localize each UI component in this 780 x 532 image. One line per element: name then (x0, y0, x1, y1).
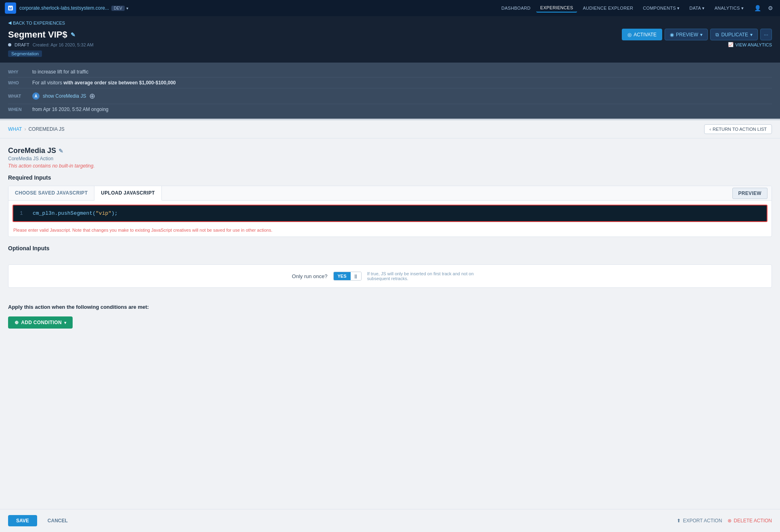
return-to-action-list-button[interactable]: ‹ RETURN TO ACTION LIST (704, 124, 772, 134)
when-row: WHEN from Apr 16 2020, 5:52 AM ongoing (8, 104, 772, 115)
tab-choose-saved-javascript[interactable]: CHOOSE SAVED JAVASCRIPT (8, 186, 94, 200)
main-content: WHAT › COREMEDIA JS ‹ RETURN TO ACTION L… (0, 120, 780, 362)
preview-dropdown-icon: ▾ (700, 32, 703, 38)
svg-text:M: M (9, 6, 12, 10)
optional-inputs-card: Only run once? YES || If true, JS will o… (8, 264, 772, 288)
analytics-icon: 📈 (728, 42, 734, 47)
duplicate-icon: ⧉ (715, 32, 719, 38)
env-badge[interactable]: DEV (111, 6, 125, 11)
conditions-title: Apply this action when the following con… (8, 304, 772, 310)
logo-icon[interactable]: M (5, 2, 16, 14)
add-condition-plus-icon: ⊕ (15, 320, 19, 325)
duplicate-button[interactable]: ⧉ DUPLICATE ▾ (710, 29, 757, 40)
site-url: corporate.sherlock-labs.testsystem.core.… (19, 5, 109, 11)
code-content[interactable]: cm_pl3n.pushSegment("vip"); (33, 210, 118, 216)
activate-button[interactable]: ◎ ACTIVATE (622, 29, 662, 40)
settings-icon[interactable]: ⚙ (765, 3, 775, 13)
line-number: 1 (20, 210, 26, 216)
js-tabs: CHOOSE SAVED JAVASCRIPT UPLOAD JAVASCRIP… (8, 186, 772, 201)
code-editor-card: CHOOSE SAVED JAVASCRIPT UPLOAD JAVASCRIP… (8, 186, 772, 237)
nav-dashboard[interactable]: DASHBOARD (497, 4, 534, 12)
back-to-experiences-link[interactable]: ◀ BACK TO EXPERIENCES (8, 20, 772, 25)
edit-title-icon[interactable]: ✎ (71, 31, 75, 38)
experience-title: Segment VIP$ ✎ (8, 29, 75, 40)
user-icon[interactable]: 👤 (753, 3, 762, 13)
add-condition-chevron-icon: ▾ (64, 320, 66, 325)
nav-audience-explorer[interactable]: AUDIENCE EXPLORER (579, 4, 637, 12)
code-error-message: Please enter valid Javascript. Note that… (8, 226, 772, 237)
nav-links: DASHBOARD EXPERIENCES AUDIENCE EXPLORER … (497, 4, 748, 13)
preview-icon: ◉ (670, 32, 674, 38)
preview-code-button[interactable]: PREVIEW (732, 188, 767, 199)
run-once-label: Only run once? (292, 273, 327, 279)
add-condition-button[interactable]: ⊕ ADD CONDITION ▾ (8, 316, 73, 329)
run-once-row: Only run once? YES || If true, JS will o… (8, 265, 772, 287)
toggle-yes[interactable]: YES (334, 272, 351, 280)
experience-actions: ◎ ACTIVATE ◉ PREVIEW ▾ ⧉ DUPLICATE ▾ ··· (622, 29, 772, 40)
optional-inputs-label: Optional Inputs (8, 245, 772, 251)
breadcrumb: WHAT › COREMEDIA JS (8, 126, 65, 132)
analytics-dropdown-icon: ▾ (741, 6, 744, 11)
nav-icons: 👤 ⚙ (753, 3, 775, 13)
action-warning: This action contains no built-in targeti… (8, 163, 772, 169)
env-dropdown-icon[interactable]: ▾ (126, 6, 128, 10)
conditions-section: Apply this action when the following con… (0, 296, 780, 337)
toggle-no[interactable]: || (351, 272, 361, 280)
nav-data[interactable]: DATA ▾ (685, 4, 709, 13)
experience-meta: DRAFT Created: Apr 16 2020, 5:32 AM 📈 VI… (8, 42, 772, 47)
edit-action-icon[interactable]: ✎ (59, 148, 63, 154)
what-row: WHAT A show CoreMedia JS ⊕ (8, 88, 772, 104)
back-arrow-icon: ◀ (8, 20, 11, 25)
experience-title-row: Segment VIP$ ✎ ◎ ACTIVATE ◉ PREVIEW ▾ ⧉ … (8, 29, 772, 40)
why-row: WHY to increase lift for all traffic (8, 67, 772, 77)
breadcrumb-current: COREMEDIA JS (28, 126, 64, 132)
top-navigation: M corporate.sherlock-labs.testsystem.cor… (0, 0, 780, 16)
action-subtitle: CoreMedia JS Action (8, 156, 772, 161)
activate-icon: ◎ (627, 32, 632, 38)
required-inputs-label: Required Inputs (8, 174, 772, 181)
tab-upload-javascript[interactable]: UPLOAD JAVASCRIPT (94, 186, 161, 201)
experience-header: ◀ BACK TO EXPERIENCES Segment VIP$ ✎ ◎ A… (0, 16, 780, 63)
duplicate-dropdown-icon: ▾ (750, 32, 753, 38)
data-dropdown-icon: ▾ (702, 6, 705, 11)
action-title: CoreMedia JS ✎ (8, 147, 772, 155)
breadcrumb-separator: › (24, 126, 26, 132)
segmentation-badge: Segmentation (8, 50, 42, 57)
draft-indicator (8, 43, 11, 46)
action-detail: CoreMedia JS ✎ CoreMedia JS Action This … (0, 138, 780, 264)
who-row: WHO For all visitors with average order … (8, 77, 772, 88)
variant-badge: A (32, 92, 40, 100)
run-once-description: If true, JS will only be inserted on fir… (367, 271, 488, 281)
more-options-button[interactable]: ··· (760, 29, 772, 40)
add-variant-button[interactable]: ⊕ (86, 91, 98, 101)
run-once-toggle[interactable]: YES || (333, 272, 362, 281)
nav-experiences[interactable]: EXPERIENCES (536, 4, 577, 13)
nav-components[interactable]: COMPONENTS ▾ (639, 4, 684, 13)
return-icon: ‹ (709, 127, 711, 132)
breadcrumb-bar: WHAT › COREMEDIA JS ‹ RETURN TO ACTION L… (0, 120, 780, 138)
nav-analytics[interactable]: ANALYTICS ▾ (711, 4, 748, 13)
view-analytics-link[interactable]: 📈 VIEW ANALYTICS (728, 42, 772, 47)
breadcrumb-what[interactable]: WHAT (8, 126, 22, 132)
components-dropdown-icon: ▾ (677, 6, 680, 11)
preview-button[interactable]: ◉ PREVIEW ▾ (665, 29, 708, 40)
experience-summary: WHY to increase lift for all traffic WHO… (0, 63, 780, 119)
code-editor[interactable]: 1 cm_pl3n.pushSegment("vip"); (13, 205, 767, 222)
